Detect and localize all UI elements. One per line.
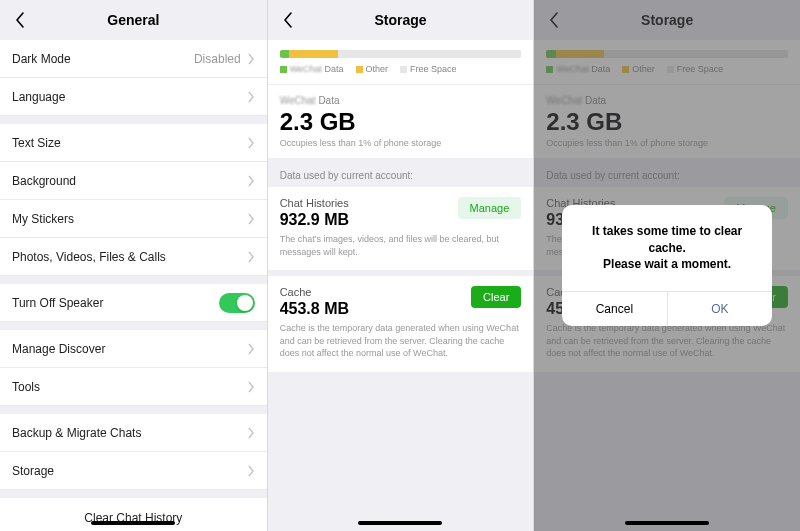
dialog-line: It takes some time to clear cache.	[592, 224, 742, 255]
row-label: Language	[12, 90, 247, 104]
storage-bar-card: WeChat Data Other Free Space	[268, 40, 534, 84]
chevron-right-icon	[247, 251, 255, 263]
chevron-right-icon	[247, 465, 255, 477]
legend-label: Data	[325, 64, 344, 74]
chevron-left-icon	[15, 12, 25, 28]
chevron-right-icon	[247, 213, 255, 225]
separator	[0, 116, 267, 124]
row-label: Background	[12, 174, 247, 188]
home-indicator	[625, 521, 709, 525]
row-tools[interactable]: Tools	[0, 368, 267, 406]
button-label: Manage	[470, 202, 510, 214]
clear-chat-history-button[interactable]: Clear Chat History	[0, 498, 267, 531]
separator	[0, 322, 267, 330]
button-label: Clear	[483, 291, 509, 303]
dialog-ok-button[interactable]: OK	[667, 292, 773, 326]
row-label: Tools	[12, 380, 247, 394]
button-label: Cancel	[596, 302, 633, 316]
separator	[0, 490, 267, 498]
header: General	[0, 0, 267, 40]
settings-list: Dark Mode Disabled Language	[0, 40, 267, 116]
storage-legend: WeChat Data Other Free Space	[280, 64, 522, 74]
legend-label: Free Space	[410, 64, 457, 74]
usage-app-blurred: WeChat	[280, 95, 316, 106]
clear-cache-dialog: It takes some time to clear cache. Pleas…	[562, 205, 772, 326]
row-label: My Stickers	[12, 212, 247, 226]
row-value: Disabled	[194, 52, 241, 66]
back-button[interactable]	[10, 10, 30, 30]
legend-item: Free Space	[400, 64, 457, 74]
legend-item: WeChat Data	[280, 64, 344, 74]
settings-list: Text Size Background My Stickers Photos,…	[0, 124, 267, 276]
settings-list: Backup & Migrate Chats Storage	[0, 414, 267, 490]
button-label: OK	[711, 302, 728, 316]
row-label: Turn Off Speaker	[12, 296, 219, 310]
usage-suffix: Data	[318, 95, 339, 106]
home-indicator	[91, 521, 175, 525]
square-icon	[356, 66, 363, 73]
row-turn-off-speaker[interactable]: Turn Off Speaker	[0, 284, 267, 322]
row-label: Photos, Videos, Files & Calls	[12, 250, 247, 264]
settings-list: Turn Off Speaker	[0, 284, 267, 322]
row-dark-mode[interactable]: Dark Mode Disabled	[0, 40, 267, 78]
row-storage[interactable]: Storage	[0, 452, 267, 490]
chevron-right-icon	[247, 427, 255, 439]
clear-button[interactable]: Clear	[471, 286, 521, 308]
usage-value: 2.3 GB	[280, 108, 522, 136]
cache-block: Cache 453.8 MB Cache is the temporary da…	[268, 276, 534, 372]
storage-usage-card: WeChat Data 2.3 GB Occupies less than 1%…	[268, 84, 534, 158]
square-icon	[280, 66, 287, 73]
legend-item: Other	[356, 64, 389, 74]
storage-pane-with-dialog: Storage WeChat Data Other Free Space WeC…	[533, 0, 800, 531]
row-my-stickers[interactable]: My Stickers	[0, 200, 267, 238]
chevron-right-icon	[247, 53, 255, 65]
bar-segment-free	[338, 50, 522, 58]
modal-overlay: It takes some time to clear cache. Pleas…	[534, 0, 800, 531]
chat-histories-block: Chat Histories 932.9 MB The chat's image…	[268, 187, 534, 270]
row-background[interactable]: Background	[0, 162, 267, 200]
chevron-right-icon	[247, 175, 255, 187]
manage-button[interactable]: Manage	[458, 197, 522, 219]
row-text-size[interactable]: Text Size	[0, 124, 267, 162]
home-indicator	[358, 521, 442, 525]
separator	[0, 406, 267, 414]
row-label: Dark Mode	[12, 52, 194, 66]
storage-pane: Storage WeChat Data Other Free Space WeC…	[267, 0, 534, 531]
block-desc: The chat's images, videos, and files wil…	[280, 233, 522, 258]
header: Storage	[268, 0, 534, 40]
row-label: Text Size	[12, 136, 247, 150]
row-media-calls[interactable]: Photos, Videos, Files & Calls	[0, 238, 267, 276]
bar-segment-app	[280, 50, 290, 58]
dialog-cancel-button[interactable]: Cancel	[562, 292, 667, 326]
row-label: Storage	[12, 464, 247, 478]
dialog-message: It takes some time to clear cache. Pleas…	[562, 205, 772, 291]
row-language[interactable]: Language	[0, 78, 267, 116]
general-settings-pane: General Dark Mode Disabled Language Text…	[0, 0, 267, 531]
chevron-right-icon	[247, 343, 255, 355]
usage-sub: Occupies less than 1% of phone storage	[280, 138, 522, 148]
chevron-right-icon	[247, 91, 255, 103]
separator	[0, 276, 267, 284]
section-header: Data used by current account:	[268, 158, 534, 187]
square-icon	[400, 66, 407, 73]
chevron-right-icon	[247, 381, 255, 393]
bar-segment-other	[289, 50, 337, 58]
storage-bar	[280, 50, 522, 58]
legend-label-blurred: WeChat	[290, 64, 322, 74]
block-desc: Cache is the temporary data generated wh…	[280, 322, 522, 360]
dialog-actions: Cancel OK	[562, 291, 772, 326]
row-backup-migrate[interactable]: Backup & Migrate Chats	[0, 414, 267, 452]
toggle-on-icon[interactable]	[219, 293, 255, 313]
row-label: Backup & Migrate Chats	[12, 426, 247, 440]
chevron-right-icon	[247, 137, 255, 149]
chevron-left-icon	[283, 12, 293, 28]
row-label: Manage Discover	[12, 342, 247, 356]
page-title: Storage	[374, 12, 426, 28]
legend-label: Other	[366, 64, 389, 74]
row-manage-discover[interactable]: Manage Discover	[0, 330, 267, 368]
dialog-line: Please wait a moment.	[603, 257, 731, 271]
settings-list: Manage Discover Tools	[0, 330, 267, 406]
page-title: General	[107, 12, 159, 28]
back-button[interactable]	[278, 10, 298, 30]
usage-title: WeChat Data	[280, 95, 522, 106]
